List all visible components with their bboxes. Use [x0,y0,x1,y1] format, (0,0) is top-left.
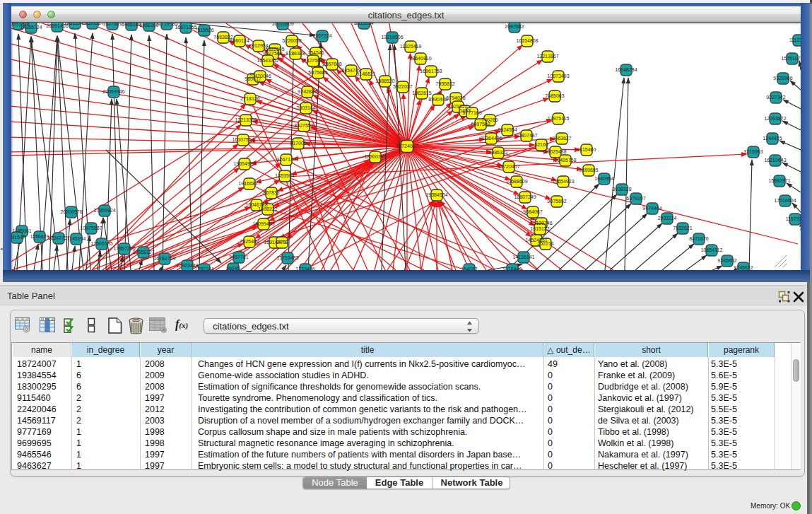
svg-text:1588520: 1588520 [375,78,394,83]
svg-text:8960124: 8960124 [230,38,249,43]
svg-text:16648784: 16648784 [615,67,637,72]
svg-text:22420046: 22420046 [249,74,271,78]
svg-text:917006: 917006 [290,141,306,146]
svg-text:1453594: 1453594 [275,173,294,178]
svg-text:1615132: 1615132 [530,226,549,231]
svg-text:17359924: 17359924 [93,208,115,213]
svg-text:7485063: 7485063 [545,93,564,98]
svg-text:18724007: 18724007 [396,144,418,148]
svg-text:6379197: 6379197 [626,196,645,201]
svg-text:11325419: 11325419 [400,44,422,49]
svg-text:1498222: 1498222 [258,206,277,211]
svg-text:16495758: 16495758 [554,158,576,163]
svg-text:9115460: 9115460 [577,147,596,152]
svg-text:5322037: 5322037 [393,84,412,89]
svg-text:7986322: 7986322 [488,150,507,155]
svg-text:10688609: 10688609 [505,179,527,184]
svg-text:16154808: 16154808 [516,38,538,43]
svg-text:252214: 252214 [537,241,553,246]
svg-text:9075692: 9075692 [547,199,566,204]
svg-text:3624554: 3624554 [498,127,517,132]
svg-text:9327508: 9327508 [303,58,322,63]
svg-text:10975887: 10975887 [80,226,102,230]
svg-text:2718126: 2718126 [240,96,259,101]
svg-text:6466160: 6466160 [122,23,141,27]
svg-text:19384554: 19384554 [425,192,447,197]
svg-text:9146821: 9146821 [356,71,375,76]
svg-text:2087682: 2087682 [505,24,524,29]
svg-text:8427552: 8427552 [294,123,313,128]
svg-text:16099489: 16099489 [252,221,274,226]
svg-text:12213967: 12213967 [536,54,558,59]
svg-text:19654923: 19654923 [552,179,574,184]
svg-text:2479: 2479 [276,240,288,245]
svg-text:10025438: 10025438 [544,149,566,154]
svg-text:1292344: 1292344 [194,267,213,270]
svg-text:8938928: 8938928 [612,187,631,192]
svg-text:96245: 96245 [226,266,240,270]
svg-text:1112345: 1112345 [789,37,801,42]
svg-text:391547: 391547 [11,235,25,240]
svg-text:3267130: 3267130 [276,157,295,162]
svg-text:7955812: 7955812 [435,81,454,86]
svg-text:9245652: 9245652 [717,258,736,263]
svg-text:15720407: 15720407 [498,164,519,169]
svg-text:16543362: 16543362 [257,58,278,63]
svg-text:10654112: 10654112 [701,247,723,252]
svg-text:2803144: 2803144 [296,105,315,110]
svg-text:9777169: 9777169 [462,110,481,115]
svg-text:8813054: 8813054 [354,23,373,25]
svg-text:19166827: 19166827 [238,181,260,186]
svg-text:9242848: 9242848 [298,89,317,94]
svg-text:14136141: 14136141 [512,255,534,259]
svg-text:9474444: 9474444 [642,206,661,211]
svg-text:2367608: 2367608 [322,62,341,66]
svg-text:1527601: 1527601 [102,23,122,26]
svg-text:14055724: 14055724 [20,25,42,30]
svg-text:16107554: 16107554 [232,137,254,142]
svg-text:62160: 62160 [534,142,548,147]
svg-text:5226058: 5226058 [282,38,301,43]
svg-text:20364436: 20364436 [480,136,502,141]
svg-text:6794028: 6794028 [446,95,465,100]
svg-text:5875685: 5875685 [308,70,327,75]
svg-text:9327508: 9327508 [263,51,282,56]
svg-text:9227342: 9227342 [766,95,785,100]
svg-text:12505135: 12505135 [90,241,112,246]
svg-text:2933114: 2933114 [658,216,677,221]
svg-text:19218506: 19218506 [381,35,403,40]
svg-text:20053346: 20053346 [102,89,124,94]
svg-text:7632621: 7632621 [673,226,692,230]
svg-text:9457791: 9457791 [229,255,248,259]
svg-text:17016504: 17016504 [774,198,796,203]
svg-text:9329966: 9329966 [773,76,792,81]
svg-text:16782759: 16782759 [153,256,175,261]
svg-text:3215953: 3215953 [743,149,763,154]
svg-text:18807249: 18807249 [514,194,536,199]
svg-text:15692971: 15692971 [768,178,790,183]
svg-text:1362615: 1362615 [412,90,431,95]
svg-text:867833: 867833 [263,190,279,195]
svg-text:6497568: 6497568 [471,122,490,127]
svg-text:1485061: 1485061 [12,228,31,233]
svg-text:9084067: 9084067 [523,209,542,214]
svg-text:15716485: 15716485 [276,255,298,260]
svg-text:1244415: 1244415 [763,136,782,141]
svg-text:754546: 754546 [307,50,324,55]
svg-text:16120746: 16120746 [530,221,552,226]
svg-text:10958127: 10958127 [132,250,154,255]
svg-text:10973493: 10973493 [547,74,569,78]
svg-text:1145194: 1145194 [67,236,86,241]
svg-text:1640954: 1640954 [594,176,613,181]
svg-text:20206576: 20206576 [60,209,82,214]
svg-text:9463627: 9463627 [552,136,571,141]
svg-text:8186328: 8186328 [286,51,305,56]
svg-text:9699695: 9699695 [579,168,598,173]
svg-text:7357224: 7357224 [312,33,331,38]
svg-text:12213369: 12213369 [235,117,257,122]
svg-text:8990448: 8990448 [428,97,447,102]
svg-text:9118440: 9118440 [503,267,522,270]
svg-text:16961758: 16961758 [420,69,442,74]
svg-text:8471676: 8471676 [689,236,708,241]
svg-text:16210643: 16210643 [764,158,786,163]
